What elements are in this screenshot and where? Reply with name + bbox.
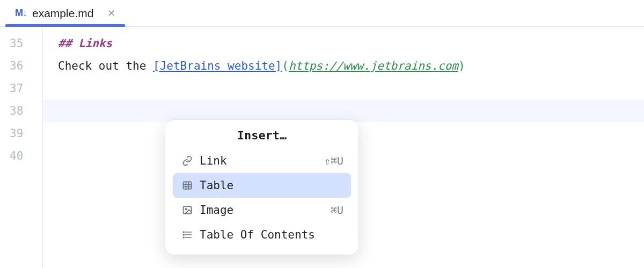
markdown-text: Check out the <box>58 59 153 72</box>
popup-item-image[interactable]: Image ⌘U <box>173 198 351 222</box>
line-number: 38 <box>0 100 42 122</box>
markdown-link-bracket: ] <box>275 59 282 72</box>
popup-item-label: Table Of Contents <box>200 228 343 241</box>
popup-item-label: Link <box>200 154 324 167</box>
line-number: 36 <box>0 55 42 77</box>
svg-point-6 <box>185 209 187 210</box>
markdown-file-icon: M↓ <box>15 8 27 19</box>
markdown-link-text: JetBrains website <box>160 59 275 72</box>
code-line[interactable] <box>43 77 644 100</box>
markdown-heading-text: Links <box>78 37 112 50</box>
popup-item-shortcut: ⇧⌘U <box>324 154 343 167</box>
editor: 35 36 37 38 39 40 ## Links Check out the… <box>0 27 644 268</box>
popup-item-shortcut: ⌘U <box>331 204 343 217</box>
code-line-current[interactable] <box>43 100 644 122</box>
image-icon <box>180 205 194 215</box>
markdown-url: https://www.jetbrains.com <box>289 59 458 72</box>
markdown-link-bracket: [ <box>153 59 160 72</box>
line-number: 39 <box>0 122 42 145</box>
link-icon <box>180 155 194 166</box>
list-icon <box>180 229 194 240</box>
line-number: 35 <box>0 32 42 55</box>
table-icon <box>180 180 194 191</box>
markdown-paren: ( <box>282 59 289 72</box>
editor-tab[interactable]: M↓ example.md ✕ <box>5 0 125 26</box>
svg-rect-0 <box>184 182 192 189</box>
tab-bar: M↓ example.md ✕ <box>0 0 644 27</box>
line-number: 40 <box>0 145 42 167</box>
popup-item-table[interactable]: Table <box>173 173 351 198</box>
popup-item-toc[interactable]: Table Of Contents <box>173 222 351 247</box>
markdown-paren: ) <box>458 59 465 72</box>
code-line[interactable]: ## Links <box>43 32 644 55</box>
tab-filename: example.md <box>32 7 93 20</box>
code-area[interactable]: ## Links Check out the [JetBrains websit… <box>43 27 644 268</box>
insert-popup: Insert… Link ⇧⌘U Table Image <box>165 120 358 255</box>
popup-item-link[interactable]: Link ⇧⌘U <box>173 148 351 173</box>
popup-item-label: Image <box>200 204 331 217</box>
close-tab-icon[interactable]: ✕ <box>107 8 115 19</box>
popup-title: Insert… <box>173 129 351 142</box>
line-number-gutter: 35 36 37 38 39 40 <box>0 27 43 268</box>
svg-point-10 <box>184 232 185 233</box>
svg-point-12 <box>184 237 185 238</box>
svg-point-11 <box>184 234 185 235</box>
code-line[interactable]: Check out the [JetBrains website](https:… <box>43 55 644 77</box>
popup-item-label: Table <box>200 179 343 192</box>
line-number: 37 <box>0 77 42 100</box>
markdown-heading-marker: ## <box>58 37 71 50</box>
